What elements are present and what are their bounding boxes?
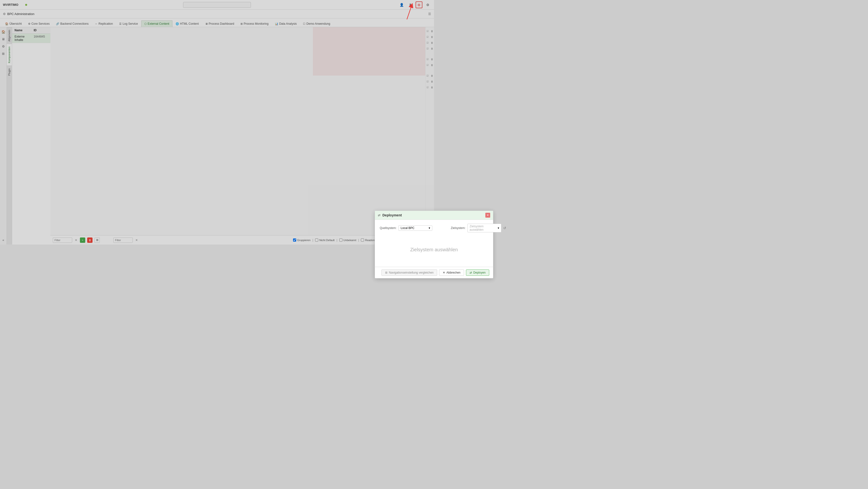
deploy-icon: ⇄ <box>378 213 380 217</box>
modal-header: ⇄ Deployment ✕ <box>375 211 434 220</box>
source-value: Local BPC <box>401 226 414 230</box>
source-select[interactable]: Local BPC ▾ <box>398 225 432 231</box>
source-field: Quellsystem: Local BPC ▾ <box>380 225 432 231</box>
source-dropdown-icon: ▾ <box>429 226 430 230</box>
deployment-modal: ⇄ Deployment ✕ Quellsystem: Local BPC ▾ … <box>375 210 434 244</box>
modal-systems-row: Quellsystem: Local BPC ▾ Zielsystem: Zie… <box>380 224 434 232</box>
modal-title: Deployment <box>382 213 434 217</box>
source-label: Quellsystem: <box>380 226 397 230</box>
modal-body: Quellsystem: Local BPC ▾ Zielsystem: Zie… <box>375 220 434 244</box>
modal-overlay: ⇄ Deployment ✕ Quellsystem: Local BPC ▾ … <box>0 0 434 244</box>
